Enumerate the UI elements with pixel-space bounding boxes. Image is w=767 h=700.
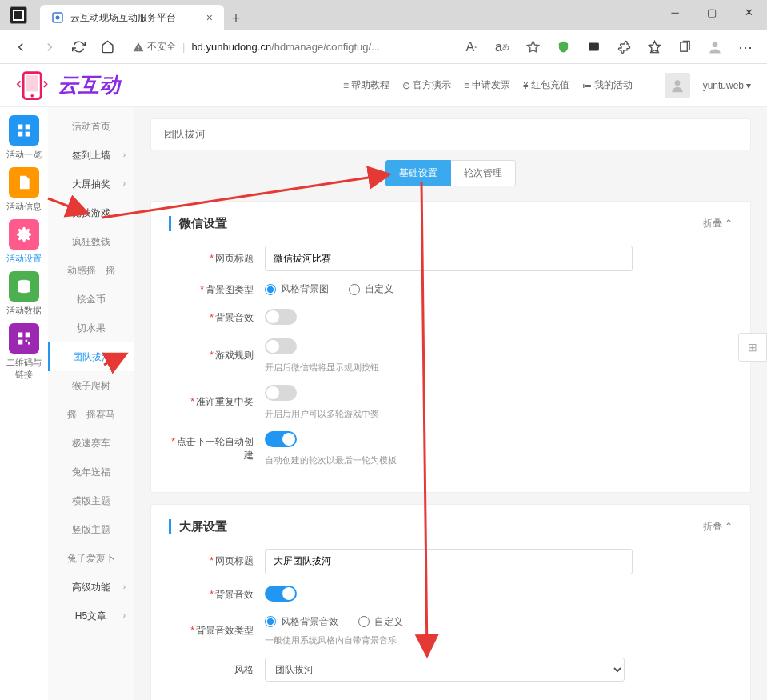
- sidemenu-item[interactable]: 高级功能›: [48, 573, 134, 602]
- home-button[interactable]: [94, 34, 120, 60]
- side-menu: 活动首页签到上墙›大屏抽奖›竞技游戏⌄疯狂数钱动感摇一摇接金币切水果团队拔河猴子…: [48, 107, 134, 700]
- radio-wx-bg-style[interactable]: 风格背景图: [265, 282, 329, 296]
- lbl-wx-autonext: 点击下一轮自动创建: [177, 436, 254, 461]
- extension1-icon[interactable]: [580, 34, 607, 60]
- nav-demo[interactable]: ⊙ 官方演示: [402, 78, 451, 92]
- switch-sc-sound[interactable]: [265, 586, 297, 602]
- sidemenu-item[interactable]: 接金币: [48, 285, 134, 314]
- sidemenu-item[interactable]: 切水果: [48, 314, 134, 342]
- switch-wx-sound[interactable]: [265, 309, 297, 325]
- svg-rect-18: [18, 333, 23, 338]
- browser-addressbar: 不安全 | hd.yunhudong.cn/hdmanage/configtug…: [0, 30, 767, 64]
- browser-tab[interactable]: 云互动现场互动服务平台 ×: [40, 5, 224, 30]
- radio-sc-sound-custom[interactable]: 自定义: [358, 615, 403, 629]
- svg-rect-3: [589, 43, 599, 51]
- svg-point-11: [674, 80, 680, 86]
- floating-widget[interactable]: ⊞: [738, 333, 767, 362]
- fold-toggle-2[interactable]: 折叠 ⌃: [703, 520, 733, 534]
- sidemenu-item[interactable]: 猴子爬树: [48, 371, 134, 400]
- close-window-button[interactable]: ✕: [730, 0, 767, 24]
- switch-wx-rewin[interactable]: [265, 385, 297, 401]
- sidemenu-item[interactable]: 竞技游戏⌄: [48, 198, 134, 227]
- translate-icon[interactable]: aあ: [489, 34, 516, 60]
- svg-rect-9: [26, 75, 38, 91]
- radio-wx-bg-custom[interactable]: 自定义: [349, 282, 393, 296]
- switch-wx-rules[interactable]: [265, 338, 297, 354]
- sidemenu-item[interactable]: 极速赛车: [48, 429, 134, 458]
- collections-icon[interactable]: [671, 34, 698, 60]
- select-sc-style[interactable]: 团队拔河: [265, 658, 625, 682]
- svg-point-10: [30, 94, 34, 98]
- nav-invoice[interactable]: ≡ 申请发票: [464, 78, 510, 92]
- hint-wx-rules: 开启后微信端将显示规则按钮: [265, 362, 733, 374]
- nav-recharge[interactable]: ¥ 红包充值: [523, 78, 569, 92]
- svg-point-1: [56, 16, 60, 20]
- tab-title: 云互动现场互动服务平台: [70, 11, 200, 25]
- brand-logo[interactable]: 云互动: [16, 68, 120, 103]
- more-menu-icon[interactable]: ⋯: [732, 34, 759, 60]
- favorite-icon[interactable]: [519, 34, 546, 60]
- radio-sc-sound-style[interactable]: 风格背景音效: [265, 615, 338, 629]
- nav-help[interactable]: ≡ 帮助教程: [343, 78, 389, 92]
- input-wx-title[interactable]: [265, 246, 633, 271]
- sidemenu-item[interactable]: 摇一摇赛马: [48, 400, 134, 429]
- shield-icon[interactable]: [549, 34, 577, 60]
- sidemenu-item[interactable]: 动感摇一摇: [48, 256, 134, 285]
- profile-icon[interactable]: [701, 34, 729, 60]
- rail-settings[interactable]: 活动设置: [4, 219, 44, 265]
- url-input[interactable]: 不安全 | hd.yunhudong.cn/hdmanage/configtug…: [123, 35, 455, 59]
- url-path: /hdmanage/configtug/...: [271, 41, 380, 53]
- tab-basic[interactable]: 基础设置: [385, 160, 451, 186]
- switch-wx-autonext[interactable]: [265, 431, 297, 447]
- left-rail: 活动一览 活动信息 活动设置 活动数据 二维码与链接: [0, 107, 48, 700]
- rail-info[interactable]: 活动信息: [4, 167, 44, 213]
- sidemenu-item[interactable]: 竖版主题: [48, 515, 134, 544]
- hint-wx-rewin: 开启后用户可以多轮游戏中奖: [265, 408, 733, 420]
- hint-wx-autonext: 自动创建的轮次以最后一轮为模板: [265, 454, 733, 466]
- refresh-button[interactable]: [66, 34, 91, 60]
- extensions-icon[interactable]: [610, 34, 637, 60]
- minimize-button[interactable]: ─: [657, 0, 693, 24]
- url-host: hd.yunhudong.cn: [191, 41, 271, 53]
- svg-rect-21: [26, 340, 28, 342]
- rail-data[interactable]: 活动数据: [4, 271, 44, 317]
- fold-toggle[interactable]: 折叠 ⌃: [703, 217, 733, 230]
- lbl-sc-title: 网页标题: [215, 555, 254, 566]
- sidemenu-item[interactable]: 兔子爱萝卜: [48, 544, 134, 573]
- maximize-button[interactable]: ▢: [693, 0, 730, 24]
- sidemenu-item[interactable]: 疯狂数钱: [48, 227, 134, 256]
- rail-qrcode[interactable]: 二维码与链接: [4, 323, 44, 381]
- rail-overview[interactable]: 活动一览: [4, 115, 44, 161]
- sidemenu-item[interactable]: 签到上墙›: [48, 141, 134, 170]
- panel-screen: 大屏设置折叠 ⌃ *网页标题 *背景音效 *背景音效类型 风格背景音效 自定义 …: [150, 504, 751, 701]
- panel-screen-title: 大屏设置: [169, 519, 227, 534]
- reader-icon[interactable]: A»: [458, 34, 485, 60]
- lbl-wx-title: 网页标题: [215, 253, 254, 264]
- panel-wechat: 微信设置折叠 ⌃ *网页标题 *背景图类型 风格背景图 自定义 *背景音效 *游…: [150, 201, 751, 493]
- sidemenu-item[interactable]: 兔年送福: [48, 458, 134, 486]
- config-tabs: 基础设置轮次管理: [150, 160, 751, 186]
- back-button[interactable]: [8, 34, 34, 60]
- new-tab-button[interactable]: +: [224, 6, 248, 30]
- insecure-icon: 不安全: [133, 40, 176, 54]
- nav-my-activity[interactable]: ≔ 我的活动: [582, 78, 633, 92]
- logo-icon: [16, 68, 51, 103]
- favorites-bar-icon[interactable]: [641, 34, 668, 60]
- lbl-wx-bgtype: 背景图类型: [206, 284, 254, 295]
- input-sc-title[interactable]: [265, 549, 633, 574]
- sidemenu-item[interactable]: 活动首页: [48, 112, 134, 141]
- forward-button: [37, 34, 62, 60]
- tab-close-icon[interactable]: ×: [206, 11, 213, 24]
- username[interactable]: yuntuweb ▾: [703, 80, 751, 91]
- lbl-wx-rewin: 准许重复中奖: [196, 396, 254, 407]
- tab-rounds[interactable]: 轮次管理: [451, 160, 516, 186]
- svg-marker-2: [527, 41, 538, 51]
- sidemenu-item[interactable]: 横版主题: [48, 486, 134, 515]
- lbl-sc-soundtype: 背景音效类型: [196, 625, 254, 636]
- sidemenu-item[interactable]: 团队拔河: [48, 342, 134, 371]
- sidemenu-item[interactable]: H5文章›: [48, 602, 134, 630]
- svg-rect-14: [18, 132, 23, 137]
- insecure-label: 不安全: [147, 40, 176, 54]
- avatar[interactable]: [665, 73, 690, 98]
- sidemenu-item[interactable]: 大屏抽奖›: [48, 170, 134, 198]
